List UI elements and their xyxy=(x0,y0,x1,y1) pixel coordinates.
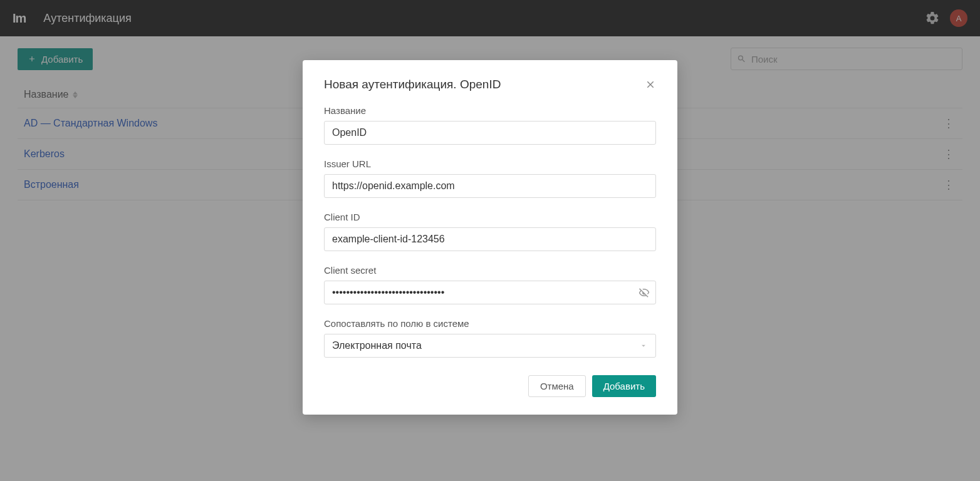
issuer-label: Issuer URL xyxy=(324,158,656,169)
dialog-header: Новая аутентификация. OpenID xyxy=(324,78,656,91)
match-select[interactable]: Электронная почта xyxy=(324,334,656,358)
match-select-value: Электронная почта xyxy=(332,340,422,351)
field-client-secret: Client secret xyxy=(324,265,656,304)
dialog-title: Новая аутентификация. OpenID xyxy=(324,78,645,91)
name-label: Название xyxy=(324,105,656,116)
field-name: Название xyxy=(324,105,656,145)
submit-button[interactable]: Добавить xyxy=(592,375,656,397)
new-auth-dialog: Новая аутентификация. OpenID Название Is… xyxy=(303,60,677,415)
client-secret-label: Client secret xyxy=(324,265,656,276)
field-client-id: Client ID xyxy=(324,212,656,251)
eye-off-icon[interactable] xyxy=(639,287,650,298)
field-match: Сопоставлять по полю в системе Электронн… xyxy=(324,318,656,358)
issuer-input[interactable] xyxy=(324,174,656,198)
modal-overlay[interactable]: Новая аутентификация. OpenID Название Is… xyxy=(0,0,980,481)
dialog-footer: Отмена Добавить xyxy=(324,375,656,397)
client-id-label: Client ID xyxy=(324,212,656,222)
client-id-input[interactable] xyxy=(324,227,656,251)
match-label: Сопоставлять по полю в системе xyxy=(324,318,656,329)
client-secret-input[interactable] xyxy=(324,281,656,304)
chevron-down-icon xyxy=(639,341,648,350)
close-icon[interactable] xyxy=(645,79,656,90)
cancel-button[interactable]: Отмена xyxy=(528,375,586,397)
name-input[interactable] xyxy=(324,121,656,145)
field-issuer: Issuer URL xyxy=(324,158,656,198)
